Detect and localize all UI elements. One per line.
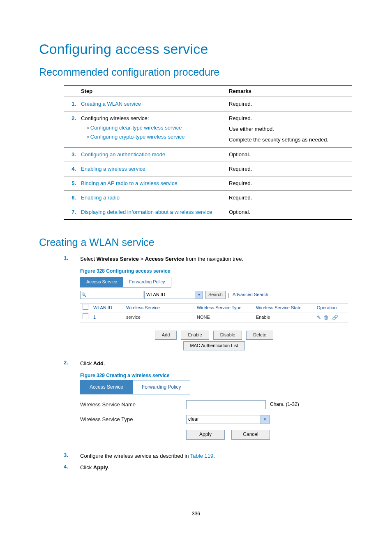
step-3-remark: Optional. [227,147,352,162]
step-4-link[interactable]: Enabling a wireless service [81,166,145,172]
th-remarks: Remarks [227,85,352,97]
step-2-label: Configuring wireless service: [81,115,149,121]
row-ws: service [124,312,194,322]
row-checkbox[interactable] [83,313,88,319]
page-title: Configuring access service [39,41,353,57]
chevron-down-icon[interactable]: ▾ [261,415,270,424]
figure-328: Access Service Forwarding Policy 🔍 WLAN … [80,278,348,350]
cancel-button[interactable]: Cancel [231,430,270,440]
search-field-select[interactable]: WLAN ID [144,291,195,299]
step-2-r1: Required. [229,114,350,123]
tab-access-service-2[interactable]: Access Service [80,380,133,394]
figure-329: Access Service Forwarding Policy Wireles… [80,382,343,440]
section-creating: Creating a WLAN service [39,236,353,248]
add-button[interactable]: Add [155,331,177,340]
page-number: 336 [0,511,392,517]
col-ws: Wireless Service [124,303,194,313]
th-step: Step [79,85,227,97]
step-5-link[interactable]: Binding an AP radio to a wireless servic… [81,180,178,186]
chars-hint: Chars. (1-32) [270,401,299,408]
step-2-sub1[interactable]: Configuring clear-type wireless service [90,125,182,131]
table-row: 1 service NONE Enable ✎ 🗑 🔗 [80,313,348,322]
step-5-remark: Required. [227,176,352,190]
figure-328-caption: Figure 328 Configuring access service [80,267,353,275]
step-2-sub2[interactable]: Configuring crypto-type wireless service [90,134,185,140]
label-service-name: Wireless Service Name [80,401,186,409]
col-wss: Wireless Service State [254,303,314,313]
step-1-link[interactable]: Creating a WLAN service [81,101,141,107]
table-119-link[interactable]: Table 119 [190,453,213,459]
tab-forwarding-policy[interactable]: Forwarding Policy [123,277,171,287]
mac-auth-button[interactable]: MAC Authentication List [183,341,245,350]
section-recommended: Recommended configuration procedure [39,66,353,78]
figure-329-caption: Figure 329 Creating a wireless service [80,372,353,380]
row-wlanid[interactable]: 1 [91,312,124,322]
step-7-link[interactable]: Displaying detailed information about a … [81,209,212,215]
search-input[interactable]: 🔍 [80,291,143,299]
procedure-table: Step Remarks 1. Creating a WLAN service … [64,85,352,220]
apply-button[interactable]: Apply [186,430,225,440]
step-3-link[interactable]: Configuring an authentication mode [81,151,165,158]
step-7-remark: Optional. [227,205,352,220]
advanced-search-link[interactable]: Advanced Search [233,291,268,298]
step-4-remark: Required. [227,162,352,176]
col-wst: Wireless Service Type [194,303,254,313]
edit-icon[interactable]: ✎ [317,315,322,320]
row-wss: Enable [254,312,314,322]
step-2-r2: Use either method. [229,125,350,133]
disable-button[interactable]: Disable [213,331,242,340]
col-wlanid: WLAN ID [91,303,124,313]
delete-icon[interactable]: 🗑 [324,315,330,320]
wireless-service-name-input[interactable] [186,400,266,409]
search-button[interactable]: Search [205,291,226,299]
step-6-link[interactable]: Enabling a radio [81,195,120,201]
chevron-down-icon[interactable]: ▾ [195,291,203,299]
tab-forwarding-policy-2[interactable]: Forwarding Policy [133,380,190,394]
step-6-remark: Required. [227,190,352,205]
row-wst: NONE [194,312,254,322]
search-icon: 🔍 [81,292,86,298]
tab-access-service[interactable]: Access Service [80,277,123,287]
link-icon[interactable]: 🔗 [332,315,339,320]
wireless-service-type-select[interactable]: clear [186,415,261,424]
step-2-r3: Complete the security settings as needed… [229,136,350,144]
delete-button[interactable]: Delete [246,331,273,340]
step-1-remark: Required. [227,97,352,111]
enable-button[interactable]: Enable [181,331,209,340]
select-all-checkbox[interactable] [83,304,88,310]
label-service-type: Wireless Service Type [80,415,186,424]
